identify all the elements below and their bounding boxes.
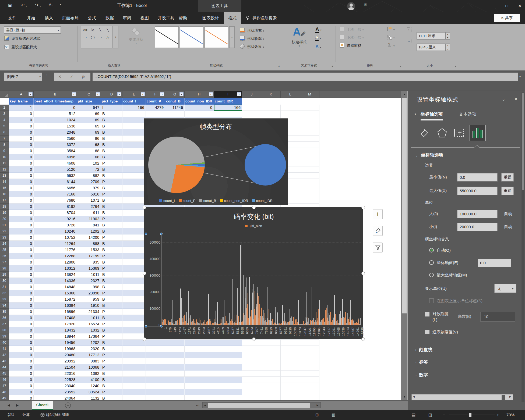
cell-B19[interactable]: 8704 (34, 210, 77, 216)
cell-M47[interactable] (300, 383, 319, 389)
cell-D9[interactable]: B (101, 148, 122, 154)
cell-C46[interactable]: 4100 (77, 377, 101, 383)
cell-G45[interactable] (165, 371, 185, 377)
pie-main-circle[interactable] (148, 137, 205, 193)
cell-M10[interactable] (300, 154, 319, 160)
cell-A38[interactable]: 0 (9, 327, 34, 333)
row-header-19[interactable]: 19 (0, 210, 9, 216)
size-dialog-launcher[interactable]: ⌟ (454, 63, 457, 67)
cell-C8[interactable]: 68 (77, 142, 101, 148)
crosses-auto-label[interactable]: 自动(O) (437, 248, 451, 253)
shape-style-thumb-1[interactable] (155, 26, 179, 48)
ribbon-display-options-icon[interactable]: ⍐ (364, 3, 367, 7)
cell-A30[interactable]: 0 (9, 278, 34, 284)
tell-me-search[interactable]: 操作说明搜索 (245, 12, 277, 24)
cell-A15[interactable]: 0 (9, 185, 34, 191)
cell-M43[interactable] (300, 358, 319, 364)
row-header-48[interactable]: 48 (0, 389, 9, 395)
cell-D18[interactable]: B (101, 204, 122, 210)
ribbon-tab-3[interactable]: 插入 (40, 12, 57, 24)
row-header-24[interactable]: 24 (0, 241, 9, 247)
cell-E30[interactable] (122, 278, 146, 284)
cell-H49[interactable] (185, 395, 214, 400)
row-header-7[interactable]: 7 (0, 136, 9, 142)
cell-D23[interactable]: P (101, 234, 122, 241)
selection-pane-button[interactable]: 选择窗格 (340, 43, 361, 48)
axis-options-icon[interactable] (470, 125, 486, 141)
row-header-8[interactable]: 8 (0, 142, 9, 148)
cell-B8[interactable]: 3072 (34, 142, 77, 148)
crosses-value-radio[interactable] (429, 260, 434, 265)
zoom-slider-thumb[interactable] (469, 413, 471, 417)
pane-vertical-scrollbar[interactable] (522, 92, 524, 402)
cell-D36[interactable]: B (101, 315, 122, 321)
cell-D12[interactable]: B (101, 166, 122, 173)
cell-C48[interactable]: 39524 (77, 389, 101, 395)
cell-L2[interactable] (281, 105, 300, 111)
cell-D26[interactable]: P (101, 253, 122, 259)
cell-C32[interactable]: 23898 (77, 290, 101, 296)
cell-M4[interactable] (300, 117, 319, 123)
cell-D24[interactable]: B (101, 241, 122, 247)
cell-G44[interactable] (165, 364, 185, 371)
cell-C2[interactable]: 647 (77, 105, 101, 111)
cell-I46[interactable] (214, 377, 242, 383)
filter-icon-pict_type[interactable]: ▼ (117, 92, 121, 96)
cell-F45[interactable] (146, 371, 165, 377)
cell-C22[interactable]: 1292 (77, 228, 101, 234)
cell-L45[interactable] (281, 371, 300, 377)
cell-M14[interactable] (300, 179, 319, 185)
cell-E43[interactable] (122, 358, 146, 364)
cell-B2[interactable]: 0 (34, 105, 77, 111)
scroll-left-icon[interactable]: ◀ (203, 403, 207, 409)
row-header-31[interactable]: 31 (0, 284, 9, 290)
cell-H44[interactable] (185, 364, 214, 371)
cell-J43[interactable] (242, 358, 261, 364)
cell-B34[interactable]: 16384 (34, 302, 77, 309)
cell-I47[interactable] (214, 383, 242, 389)
cell-B36[interactable]: 17408 (34, 315, 77, 321)
pane-horizontal-scrollbar[interactable]: ◀ ▶ (411, 394, 513, 400)
cell-F48[interactable] (146, 389, 165, 395)
crosses-max-radio[interactable] (429, 273, 434, 277)
name-box[interactable]: 图表 7▾ (4, 73, 42, 81)
cell-C29[interactable]: 1011 (77, 272, 101, 278)
cell-B42[interactable]: 20480 (34, 352, 77, 358)
cell-L42[interactable] (281, 352, 300, 358)
status-calculate[interactable]: 计算 (23, 410, 30, 420)
cell-F43[interactable] (146, 358, 165, 364)
vertical-scroll-thumb[interactable] (402, 98, 407, 314)
cell-F47[interactable] (146, 383, 165, 389)
ribbon-tab-11[interactable]: 图表设计 (198, 12, 223, 24)
row-header-26[interactable]: 26 (0, 253, 9, 259)
wordart-quick-styles-button[interactable]: A🖉 快速样式 ▾ (286, 26, 312, 47)
cell-D4[interactable]: B (101, 117, 122, 123)
cell-A10[interactable]: 0 (9, 154, 34, 160)
cell-C42[interactable]: 17712 (77, 352, 101, 358)
insert-shape-5[interactable]: ▭ (82, 34, 89, 41)
cell-A47[interactable]: 0 (9, 383, 34, 389)
cell-E33[interactable] (122, 296, 146, 302)
row-header-36[interactable]: 36 (0, 315, 9, 321)
cell-D38[interactable]: B (101, 327, 122, 333)
cell-B3[interactable]: 512 (34, 111, 77, 117)
cell-B7[interactable]: 2560 (34, 136, 77, 142)
bar-chart[interactable]: 码率变化 (bit) pkt_size 01000002000003000004… (144, 207, 363, 339)
row-header-21[interactable]: 21 (0, 222, 9, 228)
shapes-more-button[interactable]: ⇟ (113, 26, 118, 48)
shape-height-spinner[interactable]: ▲▼ (446, 32, 450, 40)
cell-J40[interactable] (242, 340, 261, 346)
cell-A29[interactable]: 0 (9, 272, 34, 278)
cell-C13[interactable]: 882 (77, 173, 101, 179)
cell-B43[interactable]: 20992 (34, 358, 77, 364)
zoom-out-icon[interactable]: − (443, 410, 445, 420)
cell-M46[interactable] (300, 377, 319, 383)
cell-M12[interactable] (300, 166, 319, 173)
cell-A7[interactable]: 0 (9, 136, 34, 142)
format-selection-button[interactable]: 设置所选内容格式 (4, 36, 40, 41)
crosses-value-label[interactable]: 坐标轴值(E) (437, 260, 458, 265)
cell-E20[interactable] (122, 216, 146, 222)
cell-D14[interactable]: P (101, 179, 122, 185)
insert-shape-1[interactable]: A≡ (82, 27, 89, 33)
cell-B6[interactable]: 2048 (34, 129, 77, 136)
